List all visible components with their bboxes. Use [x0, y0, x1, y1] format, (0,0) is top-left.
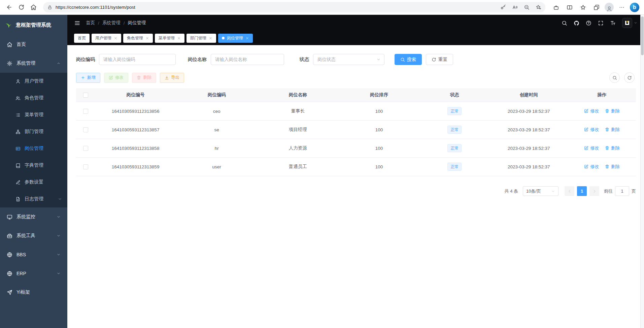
- close-icon[interactable]: [209, 36, 212, 40]
- edit-button[interactable]: 修改: [104, 73, 128, 83]
- address-bar[interactable]: https://ccnetcore.com:1101/system/post: [43, 2, 545, 12]
- breadcrumb-system[interactable]: 系统管理: [102, 20, 121, 26]
- select-all-checkbox[interactable]: [83, 93, 88, 98]
- row-delete-link[interactable]: 删除: [605, 127, 620, 133]
- row-delete-link[interactable]: 删除: [605, 164, 620, 170]
- row-checkbox[interactable]: [83, 164, 88, 169]
- scrollbar-thumb[interactable]: [641, 17, 644, 55]
- close-icon[interactable]: [177, 36, 181, 40]
- screen: https://ccnetcore.com:1101/system/post b: [0, 0, 644, 328]
- close-icon[interactable]: [245, 36, 249, 40]
- breadcrumb-current: 岗位管理: [128, 20, 146, 26]
- question-icon: [586, 20, 591, 26]
- font-size-button[interactable]: [610, 20, 616, 26]
- sidebar-item-erp[interactable]: ERP: [0, 264, 67, 283]
- refresh-table-button[interactable]: [624, 72, 635, 83]
- help-button[interactable]: [586, 20, 591, 26]
- row-checkbox[interactable]: [83, 146, 88, 151]
- next-page-button[interactable]: [589, 186, 599, 196]
- browser-home-button[interactable]: [28, 2, 39, 13]
- tab-user-management[interactable]: 用户管理: [92, 34, 121, 43]
- row-edit-link[interactable]: 修改: [584, 127, 599, 133]
- prev-page-button[interactable]: [565, 186, 574, 196]
- bing-glyph: b: [633, 4, 636, 10]
- tab-post-management[interactable]: 岗位管理: [218, 34, 253, 43]
- key-icon: [500, 4, 506, 10]
- tab-department-management[interactable]: 部门管理: [187, 34, 216, 43]
- delete-button-label: 删除: [143, 75, 151, 80]
- post-code-input[interactable]: [99, 54, 176, 65]
- person-icon: [606, 6, 612, 12]
- vertical-scrollbar[interactable]: [640, 15, 644, 328]
- add-favorite-button[interactable]: [533, 3, 543, 12]
- cell-post-sort: 100: [338, 158, 419, 176]
- user-menu[interactable]: [622, 18, 637, 28]
- password-key-button[interactable]: [498, 3, 508, 12]
- status-select[interactable]: 岗位状态: [313, 54, 384, 65]
- page-size-select[interactable]: 10条/页: [523, 186, 558, 196]
- post-name-input[interactable]: [211, 54, 284, 65]
- sidebar-item-system-management[interactable]: 系统管理: [0, 54, 67, 73]
- post-name-label: 岗位名称: [188, 57, 207, 63]
- url-text[interactable]: https://ccnetcore.com:1101/system/post: [56, 5, 495, 10]
- split-screen-button[interactable]: [564, 2, 575, 13]
- browser-refresh-button[interactable]: [15, 2, 27, 13]
- extensions-button[interactable]: [551, 2, 562, 13]
- zoom-out-button[interactable]: [521, 3, 532, 12]
- user-avatar[interactable]: [622, 18, 632, 28]
- browser-back-button[interactable]: [3, 2, 15, 13]
- user-icon: [15, 79, 21, 84]
- page-number-button[interactable]: 1: [577, 186, 587, 196]
- sidebar-item-system-tools[interactable]: 系统工具: [0, 226, 67, 245]
- sidebar-item-menu-management[interactable]: 菜单管理: [0, 106, 67, 123]
- sidebar-item-system-monitor[interactable]: 系统监控: [0, 207, 67, 226]
- collections-button[interactable]: [591, 2, 602, 13]
- close-icon[interactable]: [145, 36, 149, 40]
- delete-button[interactable]: 删除: [132, 73, 156, 83]
- export-button[interactable]: 导出: [160, 73, 184, 83]
- row-delete-link[interactable]: 删除: [605, 145, 620, 151]
- search-icon: [400, 57, 405, 62]
- sidebar-item-department-management[interactable]: 部门管理: [0, 123, 67, 140]
- sidebar-item-log-management[interactable]: 日志管理: [0, 191, 67, 207]
- tab-menu-management[interactable]: 菜单管理: [155, 34, 184, 43]
- browser-profile-avatar[interactable]: [605, 3, 614, 12]
- add-button[interactable]: 新增: [76, 73, 100, 83]
- tab-label: 菜单管理: [159, 35, 175, 41]
- row-checkbox[interactable]: [83, 127, 88, 132]
- row-edit-link[interactable]: 修改: [584, 108, 599, 114]
- header-search-button[interactable]: [562, 20, 567, 26]
- sidebar-item-parameter-settings[interactable]: 参数设置: [0, 174, 67, 191]
- sidebar-item-yi-framework[interactable]: Yi框架: [0, 283, 67, 302]
- tab-home[interactable]: 首页: [74, 34, 90, 43]
- sidebar-item-dict-management[interactable]: 字典管理: [0, 157, 67, 174]
- sidebar-toggle-button[interactable]: [74, 20, 80, 26]
- row-delete-link[interactable]: 删除: [605, 108, 620, 114]
- read-aloud-button[interactable]: [510, 3, 520, 12]
- reset-button[interactable]: 重置: [426, 54, 453, 65]
- sidebar-item-home[interactable]: 首页: [0, 35, 67, 54]
- sidebar-item-post-management[interactable]: 岗位管理: [0, 140, 67, 157]
- sidebar-item-bbs[interactable]: BBS: [0, 245, 67, 264]
- edit-icon: [584, 127, 588, 132]
- row-checkbox[interactable]: [83, 109, 88, 114]
- close-icon[interactable]: [114, 36, 117, 40]
- search-button[interactable]: 搜索: [395, 54, 422, 65]
- menu-label: Yi框架: [16, 289, 30, 295]
- sidebar-item-user-management[interactable]: 用户管理: [0, 73, 67, 90]
- goto-page-input[interactable]: [615, 186, 629, 196]
- row-edit-link[interactable]: 修改: [584, 164, 599, 170]
- breadcrumb-home[interactable]: 首页: [86, 20, 95, 26]
- row-edit-link[interactable]: 修改: [584, 145, 599, 151]
- toggle-search-button[interactable]: [609, 72, 620, 83]
- tab-role-management[interactable]: 角色管理: [123, 34, 153, 43]
- bing-chat-icon[interactable]: b: [630, 3, 639, 12]
- pagination-goto: 前往 页: [604, 186, 636, 196]
- favorites-button[interactable]: [578, 2, 588, 13]
- fullscreen-button[interactable]: [598, 20, 604, 26]
- github-button[interactable]: [574, 20, 579, 26]
- lock-icon[interactable]: [47, 5, 52, 10]
- reset-button-label: 重置: [438, 57, 447, 63]
- browser-menu-button[interactable]: [616, 2, 627, 13]
- sidebar-item-role-management[interactable]: 角色管理: [0, 90, 67, 106]
